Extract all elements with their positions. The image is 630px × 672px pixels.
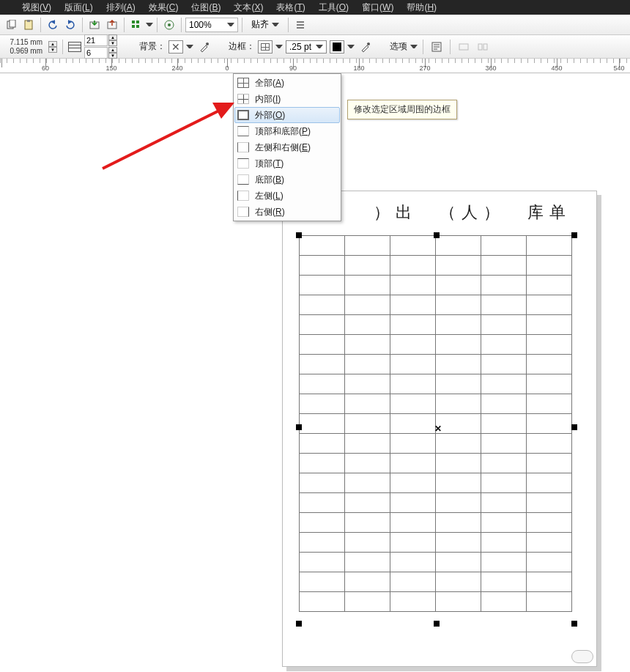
- menu-item[interactable]: 表格(T): [276, 1, 305, 14]
- snap-dropdown[interactable]: [272, 21, 279, 29]
- table-cell[interactable]: [300, 592, 345, 612]
- table-cell[interactable]: [481, 454, 527, 473]
- table-cell[interactable]: [345, 355, 390, 374]
- table-cell[interactable]: [390, 553, 436, 572]
- table-cell[interactable]: [345, 414, 390, 434]
- rows-spinner[interactable]: ▲▼: [108, 47, 117, 59]
- table-cell[interactable]: [436, 315, 481, 335]
- table-cell[interactable]: [481, 236, 527, 256]
- split-button[interactable]: [475, 39, 491, 55]
- menu-item[interactable]: 效果(C): [149, 1, 179, 14]
- table-cell[interactable]: [300, 434, 345, 454]
- table-cell[interactable]: [300, 315, 345, 335]
- menu-item[interactable]: 帮助(H): [407, 1, 437, 14]
- table-cell[interactable]: [345, 295, 390, 315]
- menu-item[interactable]: 文本(X): [234, 1, 263, 14]
- table-cell[interactable]: [345, 256, 390, 276]
- handle-bl[interactable]: [296, 621, 302, 627]
- border-menu-item[interactable]: 顶部和底部(P): [234, 123, 340, 139]
- table-cell[interactable]: [390, 473, 436, 493]
- welcome-button[interactable]: [161, 17, 177, 33]
- table-cell[interactable]: [436, 473, 481, 493]
- table-cell[interactable]: [390, 454, 436, 473]
- table-cell[interactable]: [436, 355, 481, 374]
- table-cell[interactable]: [300, 473, 345, 493]
- table-cell[interactable]: [527, 276, 572, 295]
- table-cell[interactable]: [345, 454, 390, 473]
- handle-tm[interactable]: [434, 232, 440, 238]
- table-cell[interactable]: [527, 315, 572, 335]
- table-cell[interactable]: [436, 592, 481, 612]
- table-cell[interactable]: [436, 335, 481, 355]
- table-cell[interactable]: [345, 493, 390, 513]
- table-cell[interactable]: [390, 592, 436, 612]
- table-cell[interactable]: [527, 434, 572, 454]
- options-button[interactable]: [292, 17, 308, 33]
- options-dropdown[interactable]: [410, 43, 418, 51]
- menu-item[interactable]: 版面(L): [64, 1, 93, 14]
- table-cell[interactable]: [481, 295, 527, 315]
- table-cell[interactable]: [436, 572, 481, 592]
- dim-spinner[interactable]: ▲▼: [48, 41, 57, 53]
- paste-button[interactable]: [21, 17, 37, 33]
- table-cell[interactable]: [527, 553, 572, 572]
- table-cell[interactable]: [481, 572, 527, 592]
- table-cell[interactable]: [481, 315, 527, 335]
- table-cell[interactable]: [345, 276, 390, 295]
- table-cell[interactable]: [436, 256, 481, 276]
- table-cell[interactable]: [300, 355, 345, 374]
- table-cell[interactable]: [390, 493, 436, 513]
- border-dropdown[interactable]: [275, 43, 283, 51]
- handle-ml[interactable]: [296, 424, 302, 430]
- table-cell[interactable]: [527, 236, 572, 256]
- table-cell[interactable]: [390, 315, 436, 335]
- table-cell[interactable]: [390, 513, 436, 533]
- stroke-dropdown[interactable]: [316, 43, 323, 51]
- undo-button[interactable]: [45, 17, 61, 33]
- handle-tl[interactable]: [296, 232, 302, 238]
- handle-br[interactable]: [571, 621, 577, 627]
- stroke-width[interactable]: .25 pt: [286, 40, 327, 53]
- table-cell[interactable]: [527, 414, 572, 434]
- table-cell[interactable]: [527, 454, 572, 473]
- table-cell[interactable]: [345, 335, 390, 355]
- table-cell[interactable]: [390, 374, 436, 394]
- table-cell[interactable]: [481, 473, 527, 493]
- table-cell[interactable]: [481, 355, 527, 374]
- table-cell[interactable]: [436, 295, 481, 315]
- table-cell[interactable]: [527, 374, 572, 394]
- table-cell[interactable]: [300, 335, 345, 355]
- table-cell[interactable]: [481, 256, 527, 276]
- table-cell[interactable]: [436, 394, 481, 414]
- border-menu-item[interactable]: 顶部(T): [234, 155, 340, 171]
- table-cell[interactable]: [345, 374, 390, 394]
- table-cell[interactable]: [390, 236, 436, 256]
- table-cell[interactable]: [300, 256, 345, 276]
- canvas-area[interactable]: 全部(A)内部(I)外部(O)顶部和底部(P)左侧和右侧(E)顶部(T)底部(B…: [0, 73, 630, 672]
- table-cell[interactable]: [300, 493, 345, 513]
- table-cell[interactable]: [436, 236, 481, 256]
- table-cell[interactable]: [345, 315, 390, 335]
- table-cell[interactable]: [300, 572, 345, 592]
- menu-item[interactable]: 排列(A): [106, 1, 136, 14]
- table-cell[interactable]: [345, 434, 390, 454]
- border-menu-item[interactable]: 外部(O): [234, 107, 340, 123]
- table-cell[interactable]: [436, 276, 481, 295]
- table-cell[interactable]: [390, 533, 436, 553]
- table-cell[interactable]: [481, 434, 527, 454]
- export-button[interactable]: [104, 17, 120, 33]
- redo-button[interactable]: [62, 17, 78, 33]
- cols-spinner[interactable]: ▲▼: [108, 34, 117, 46]
- stroke-color-dropdown[interactable]: [347, 43, 355, 51]
- table-cell[interactable]: [300, 295, 345, 315]
- table-cell[interactable]: [481, 592, 527, 612]
- table-cell[interactable]: [436, 533, 481, 553]
- handle-tr[interactable]: [571, 232, 577, 238]
- handle-bm[interactable]: [434, 621, 440, 627]
- table-cell[interactable]: [300, 533, 345, 553]
- app-launcher-dropdown[interactable]: [146, 21, 153, 29]
- table-cell[interactable]: [300, 414, 345, 434]
- menu-item[interactable]: 工具(O): [319, 1, 349, 14]
- table-cell[interactable]: [300, 513, 345, 533]
- zoom-dropdown[interactable]: [227, 21, 234, 29]
